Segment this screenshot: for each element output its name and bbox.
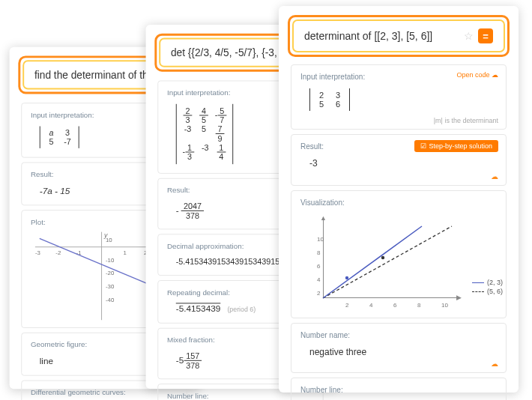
viz-lines	[309, 213, 459, 310]
searchbar[interactable]: determinant of [[2, 3], [5, 6]] ☆ =	[288, 15, 510, 57]
svg-line-2	[323, 226, 422, 298]
pod-number-name: Number name: negative three ☁	[291, 323, 507, 373]
number-name-value: negative three	[300, 345, 497, 359]
cloud-icon[interactable]: ☁	[491, 360, 498, 368]
pod-number-line: Number line: -5 -4 -3 -2 -1 0	[291, 378, 507, 400]
pod-input-interpretation: Input interpretation: 23 56 Open code ☁ …	[291, 64, 507, 130]
pod-title: Number name:	[300, 331, 497, 339]
compute-button[interactable]: =	[478, 28, 493, 43]
step-by-step-button[interactable]: ☑ Step-by-step solution	[414, 140, 498, 152]
search-input[interactable]: determinant of [[2, 3], [5, 6]]	[304, 30, 464, 42]
pod-title: Visualization:	[300, 199, 497, 207]
result-value: -3	[300, 157, 497, 170]
viz-legend: (2, 3) (5, 6)	[472, 277, 503, 295]
star-icon[interactable]: ☆	[464, 30, 474, 42]
open-code-link[interactable]: Open code ☁	[456, 71, 498, 79]
svg-point-4	[381, 256, 384, 259]
cloud-icon: ☁	[492, 71, 498, 79]
svg-line-1	[323, 226, 452, 298]
pod-visualization: Visualization: ▲ ▶ 10 8 6 4 2 2 4 6 8 10…	[291, 190, 507, 318]
result-card-3: determinant of [[2, 3], [5, 6]] ☆ = Inpu…	[279, 6, 519, 393]
svg-point-3	[345, 276, 348, 279]
pod-title: Number line:	[300, 386, 497, 394]
viz-area: ▲ ▶ 10 8 6 4 2 2 4 6 8 10 (2, 3) (5, 6)	[309, 213, 459, 310]
matrix-display: 23 56	[300, 87, 497, 112]
cloud-icon[interactable]: ☁	[491, 172, 498, 181]
determinant-note: |m| is the determinant	[434, 117, 498, 124]
check-icon: ☑	[420, 142, 426, 150]
pod-result: Result: ☑ Step-by-step solution -3 ☁	[291, 134, 507, 186]
pod-title: Differential geometric curves:	[31, 388, 178, 396]
